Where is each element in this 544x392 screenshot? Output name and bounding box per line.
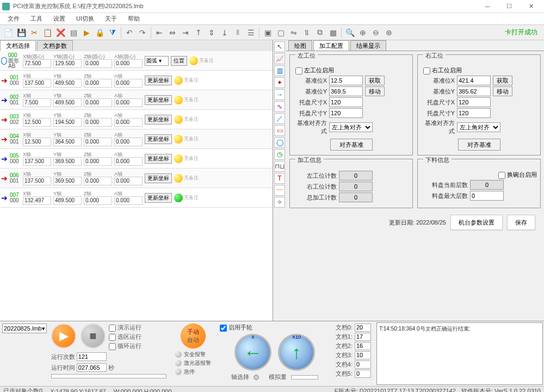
coord-value[interactable]: 132.497 (23, 196, 51, 205)
station-input[interactable] (457, 97, 491, 107)
station-input[interactable] (329, 97, 363, 107)
tab-draw[interactable]: 绘图 (288, 40, 312, 51)
coord-value[interactable]: 489.500 (53, 98, 82, 107)
coord-value[interactable]: 0.000 (114, 79, 143, 88)
coord-value[interactable]: 129.500 (53, 59, 82, 68)
station-input[interactable] (329, 76, 363, 85)
coord-value[interactable]: 0.000 (84, 157, 112, 166)
align-top-icon[interactable]: ⤒ (193, 27, 205, 39)
station-input[interactable] (329, 86, 363, 96)
doc-row[interactable]: ➔003002X轴12.500Y轴194.500Z轴0.000A轴0.000更新… (0, 110, 273, 129)
grid-icon[interactable]: ▦ (327, 27, 339, 39)
cut-icon[interactable]: ✂ (28, 27, 40, 39)
coord-value[interactable]: 0.000 (84, 138, 112, 146)
coord-value[interactable]: 12.500 (23, 118, 51, 127)
coord-value[interactable]: 137.500 (23, 177, 51, 185)
wave-icon[interactable]: ∿ (274, 101, 285, 112)
run-check[interactable]: 循环运行 (109, 342, 141, 350)
zoom-fit-icon[interactable]: 🔍 (344, 27, 356, 39)
bars-icon[interactable]: ▥ (274, 65, 285, 76)
station-btn[interactable]: 获取 (493, 76, 512, 85)
station-input[interactable] (457, 86, 491, 96)
station-btn[interactable]: 移动 (365, 86, 385, 96)
log-panel[interactable]: T:14:50:18:364 0号文档正确运行结束; (376, 322, 543, 385)
align-select[interactable]: 左上角对齐 (329, 122, 373, 132)
doc-row[interactable]: ➔006001X轴137.500Y轴369.500Z轴0.000A轴0.000更… (0, 169, 273, 188)
group-icon[interactable]: ▣ (262, 27, 274, 39)
undo-icon[interactable]: ↶ (123, 27, 135, 39)
menu-UI切换[interactable]: UI切换 (71, 14, 100, 24)
update-coord-btn[interactable]: 更新坐标 (145, 193, 172, 203)
target-icon[interactable]: ✦ (274, 77, 285, 88)
compass-icon[interactable]: ✧ (274, 197, 285, 208)
station-input[interactable] (457, 108, 491, 118)
chart-icon[interactable]: 📈 (274, 53, 285, 64)
coord-value[interactable]: 0.000 (84, 196, 112, 205)
clock-icon[interactable]: ◷ (274, 149, 285, 160)
paste-icon[interactable]: 📋 (41, 27, 53, 39)
align-right-icon[interactable]: ⇥ (180, 27, 191, 39)
coord-value[interactable]: 0.000 (84, 79, 112, 88)
menu-帮助[interactable]: 帮助 (122, 14, 145, 24)
tab-doc-params[interactable]: 文档参数 (37, 40, 73, 51)
machine-params-btn[interactable]: 机台参数设置 (450, 215, 503, 230)
coord-value[interactable]: 72.500 (23, 59, 51, 68)
coord-value[interactable]: 7.500 (23, 98, 51, 107)
station-btn[interactable]: 获取 (365, 76, 385, 85)
menu-文件[interactable]: 文件 (2, 14, 25, 24)
new-icon[interactable]: 📄 (2, 27, 14, 39)
pulse-icon[interactable]: ⊓⊔ (274, 161, 285, 172)
coord-value[interactable]: 0.000 (114, 157, 143, 166)
align-middle-icon[interactable]: ⇕ (206, 27, 218, 39)
play-icon[interactable]: ▶ (81, 27, 92, 39)
coord-value[interactable]: 12.500 (23, 138, 51, 146)
update-coord-btn[interactable]: 更新坐标 (145, 76, 172, 85)
arrow-right-icon[interactable]: → (274, 89, 285, 100)
update-coord-btn[interactable]: 更新坐标 (145, 154, 172, 164)
doc-row[interactable]: ➔002001X轴7.500Y轴489.500Z轴0.000A轴0.000更新坐… (0, 90, 273, 110)
coord-value[interactable]: 369.500 (53, 177, 82, 185)
run-check[interactable]: 演示运行 (109, 323, 141, 332)
run-check[interactable]: 选区运行 (109, 333, 141, 341)
dist-h-icon[interactable]: ⫴ (232, 27, 244, 39)
coord-value[interactable]: 364.500 (53, 138, 82, 146)
play-button[interactable]: ▶ (51, 323, 76, 349)
left-station-enable[interactable]: 左工位启用 (295, 66, 334, 74)
menu-设置[interactable]: 设置 (48, 14, 71, 24)
pos-btn[interactable]: 位置 (171, 56, 187, 66)
shape-dropdown[interactable]: 圆弧 ▾ (145, 56, 169, 66)
menu-工具[interactable]: 工具 (25, 14, 48, 24)
mode-toggle[interactable]: 手动 自动 (181, 323, 206, 349)
coord-value[interactable]: 489.500 (53, 79, 82, 88)
align-select[interactable]: 左上角对齐 (457, 122, 500, 132)
coord-value[interactable]: 0.000 (114, 59, 143, 68)
feed-enable[interactable]: 换碗台启用 (498, 171, 537, 179)
coord-value[interactable]: 137.500 (23, 157, 51, 166)
run-time-input[interactable] (77, 363, 107, 372)
coord-value[interactable]: 0.000 (84, 118, 112, 127)
coord-value[interactable]: 0.000 (114, 177, 143, 185)
coord-value[interactable]: 369.500 (53, 157, 82, 166)
text-icon[interactable]: T (274, 173, 285, 184)
handwheel-enable[interactable]: 启用手轮 (220, 323, 252, 332)
save-icon[interactable]: 💾 (15, 27, 27, 39)
menu-关于[interactable]: 关于 (100, 14, 122, 24)
align-bottom-icon[interactable]: ⤓ (219, 27, 231, 39)
zoom-in-icon[interactable]: ⊕ (357, 27, 369, 39)
station-input[interactable] (329, 108, 363, 118)
update-coord-btn[interactable]: 更新坐标 (145, 115, 172, 125)
close-button[interactable]: ✕ (520, 0, 542, 13)
line-icon[interactable]: ／ (274, 113, 285, 124)
update-coord-btn[interactable]: 更新坐标 (145, 173, 172, 183)
delete-icon[interactable]: ❌ (54, 27, 66, 39)
right-align-btn[interactable]: 对齐基准 (458, 139, 500, 151)
pointer-icon[interactable]: ↖ (274, 41, 285, 52)
circle-icon[interactable]: ◯ (274, 137, 285, 148)
station-input[interactable] (457, 76, 491, 85)
minimize-button[interactable]: ─ (477, 0, 498, 13)
coord-value[interactable]: 194.500 (53, 118, 82, 127)
coord-value[interactable]: 489.500 (53, 196, 82, 205)
coord-value[interactable]: 0.000 (114, 118, 143, 127)
doc-row[interactable]: ➔001000X轴137.500Y轴489.500Z轴0.000A轴0.000更… (0, 71, 273, 90)
left-align-btn[interactable]: 对齐基准 (330, 139, 373, 151)
